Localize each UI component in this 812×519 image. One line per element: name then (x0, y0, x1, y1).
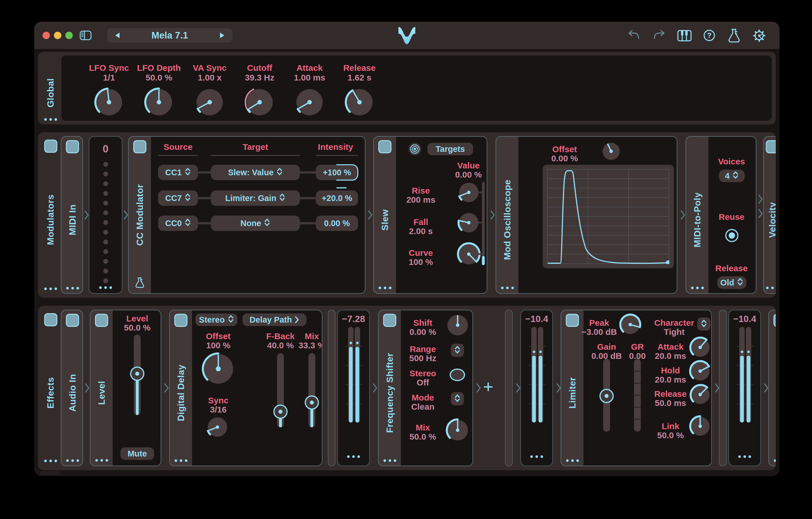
digital-delay-enable-checkbox[interactable] (174, 314, 187, 327)
attack-knob[interactable] (294, 86, 325, 119)
flask-icon[interactable] (135, 277, 145, 290)
traffic-zoom-button[interactable] (65, 32, 73, 39)
cc-intensity-field[interactable]: 0.00 % (316, 216, 358, 231)
effects-enable-checkbox[interactable] (44, 313, 57, 326)
targets-icon[interactable] (409, 143, 421, 155)
midi-in-module: MIDI In (61, 136, 83, 294)
lfo-sync-knob[interactable] (93, 86, 125, 119)
midi-to-poly-menu-dots[interactable] (691, 286, 704, 290)
frequency-shifter-enable-checkbox[interactable] (383, 314, 396, 327)
fs-mode-stepper[interactable] (451, 392, 464, 405)
fs-mix-knob[interactable] (445, 417, 470, 444)
midi-in-enable-checkbox[interactable] (66, 140, 79, 153)
fs-shift-knob[interactable] (445, 312, 470, 339)
settings-gear-icon[interactable] (752, 28, 767, 45)
oscilloscope-offset-knob[interactable] (600, 140, 622, 164)
audio-in-enable-checkbox[interactable] (66, 314, 79, 327)
collapsed-module-strip[interactable] (328, 310, 336, 466)
dd-offset-value: 100 % (196, 341, 241, 350)
limiter-release-knob[interactable] (688, 383, 712, 408)
effects-menu-dots[interactable] (44, 459, 57, 463)
cutoff-knob[interactable] (244, 86, 275, 119)
release-mode-value: Old (720, 278, 734, 288)
audio-in-menu-dots[interactable] (66, 459, 79, 462)
delay-path-button[interactable]: Delay Path (242, 313, 307, 326)
curve-knob[interactable] (456, 241, 482, 268)
meter-menu-dots[interactable] (738, 455, 751, 458)
clipped-enable-checkbox[interactable] (774, 314, 776, 327)
reuse-label: Reuse (709, 212, 754, 221)
experimental-flask-icon[interactable] (727, 28, 741, 45)
cc-source-select[interactable]: CC0 (158, 216, 198, 231)
cc-modulator-enable-checkbox[interactable] (133, 140, 146, 153)
clipped-menu-dots[interactable] (774, 459, 776, 462)
limiter-hold-knob[interactable] (688, 359, 712, 384)
limiter-gain-slider[interactable] (599, 359, 614, 432)
mute-button[interactable]: Mute (120, 447, 154, 460)
oscilloscope-curve (548, 171, 668, 263)
cc-target-select[interactable]: None (211, 216, 300, 231)
sidebar-icon[interactable] (79, 29, 92, 44)
port-menu-dots[interactable] (99, 286, 112, 289)
reuse-radio[interactable] (725, 229, 738, 242)
meter-menu-dots[interactable] (530, 455, 543, 458)
va-sync-knob[interactable] (194, 86, 225, 119)
cc-intensity-value: 0.00 % (324, 219, 350, 228)
rise-knob[interactable] (457, 180, 481, 206)
digital-delay-menu-dots[interactable] (175, 459, 187, 462)
meter-bars (531, 327, 543, 422)
midi-in-menu-dots[interactable] (66, 286, 79, 290)
targets-button[interactable]: Targets (427, 143, 473, 155)
traffic-close-button[interactable] (42, 32, 50, 39)
limiter-attack-knob[interactable] (688, 335, 712, 360)
level-slider[interactable] (129, 334, 145, 415)
collapsed-module-strip[interactable] (719, 310, 727, 466)
global-menu-dots[interactable] (44, 118, 57, 121)
velocity-menu-dots[interactable] (766, 286, 776, 290)
modulators-menu-dots[interactable] (44, 287, 57, 290)
meter-menu-dots[interactable] (347, 455, 360, 458)
limiter-menu-dots[interactable] (566, 459, 579, 462)
undo-icon[interactable] (627, 29, 641, 44)
fall-knob[interactable] (457, 210, 481, 236)
release-knob[interactable] (344, 86, 375, 119)
lfo-depth-knob[interactable] (143, 86, 175, 119)
preset-name[interactable]: Mela 7.1 (133, 28, 207, 43)
modulators-enable-checkbox[interactable] (44, 140, 57, 153)
collapsed-module-strip[interactable] (505, 310, 513, 466)
redo-icon[interactable] (652, 29, 666, 44)
traffic-minimize-button[interactable] (54, 32, 61, 39)
keyboard-icon[interactable] (677, 29, 692, 44)
dd-offset-knob[interactable] (201, 351, 236, 387)
cc-target-select[interactable]: Slew: Value (211, 165, 300, 180)
velocity-enable-checkbox[interactable] (766, 140, 776, 153)
slew-menu-dots[interactable] (379, 286, 392, 290)
voices-select[interactable]: 4 (719, 170, 745, 182)
next-preset-button[interactable] (219, 32, 225, 40)
help-icon[interactable]: ? (702, 29, 716, 44)
prev-preset-button[interactable] (114, 32, 121, 40)
level-enable-checkbox[interactable] (95, 314, 108, 327)
cc-source-select[interactable]: CC7 (158, 190, 198, 206)
frequency-shifter-menu-dots[interactable] (383, 459, 396, 462)
dd-fback-slider[interactable] (272, 353, 288, 427)
cc-intensity-field[interactable]: +20.0 % (316, 190, 358, 206)
mod-oscilloscope-menu-dots[interactable] (501, 286, 514, 290)
fs-range-stepper[interactable] (451, 344, 464, 357)
add-module-button[interactable]: + (483, 378, 493, 395)
intensity-header: Intensity (313, 142, 358, 152)
global-panel: LFO Sync 1/1 LFO Depth 50.0 % VA Sync 1.… (61, 55, 772, 121)
fs-stereo-toggle[interactable] (450, 368, 465, 381)
cc-target-select[interactable]: Limiter: Gain (211, 190, 300, 206)
limiter-character-stepper[interactable] (697, 318, 710, 331)
limiter-link-knob[interactable] (688, 414, 712, 439)
cc-source-select[interactable]: CC1 (158, 165, 198, 180)
dd-mix-slider[interactable] (304, 353, 320, 427)
level-menu-dots[interactable] (95, 459, 108, 462)
limiter-peak-knob[interactable] (618, 312, 642, 338)
release-mode-select[interactable]: Old (717, 276, 746, 289)
delay-mode-select[interactable]: Stereo (196, 313, 237, 326)
dd-sync-knob[interactable] (205, 415, 230, 440)
slew-enable-checkbox[interactable] (378, 140, 392, 153)
slew-mini-handle[interactable] (482, 256, 485, 265)
